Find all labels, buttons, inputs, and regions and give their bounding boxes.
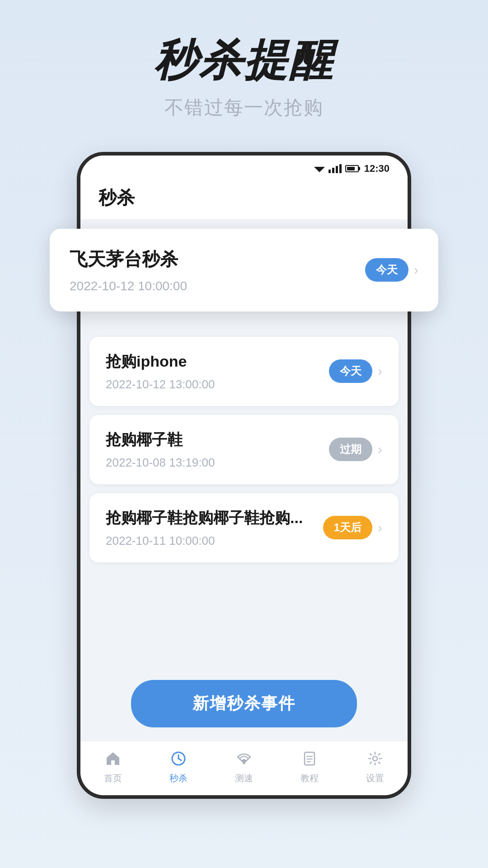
svg-point-9	[373, 756, 377, 761]
gear-icon	[365, 749, 385, 769]
add-event-button[interactable]: 新增秒杀事件	[131, 680, 357, 727]
status-badge: 1天后	[323, 516, 372, 539]
svg-point-4	[243, 762, 245, 764]
signal-icon	[328, 164, 342, 173]
nav-label-tutorial: 教程	[300, 772, 319, 784]
card-content: 抢购椰子鞋抢购椰子鞋抢购... 2022-10-11 10:00:00	[106, 508, 323, 548]
status-bar: 12:30	[80, 156, 408, 178]
chevron-right-icon: ›	[378, 520, 382, 535]
status-badge: 今天	[329, 359, 372, 383]
page-subtitle: 不错过每一次抢购	[18, 95, 470, 120]
card-actions: 今天 ›	[329, 359, 382, 383]
floating-card-right: 今天 ›	[365, 258, 418, 282]
floating-card-date: 2022-10-12 10:00:00	[70, 279, 187, 293]
status-time: 12:30	[364, 163, 389, 175]
sidebar-item-tutorial[interactable]: 教程	[300, 749, 319, 784]
add-button-container: 新增秒杀事件	[80, 671, 408, 741]
floating-card-content: 飞天茅台秒杀 2022-10-12 10:00:00	[70, 247, 187, 293]
sidebar-item-settings[interactable]: 设置	[365, 749, 385, 784]
nav-label-home: 首页	[104, 772, 122, 784]
bottom-nav: 首页 秒杀	[80, 741, 408, 795]
page-header: 秒杀提醒 不错过每一次抢购	[0, 0, 488, 138]
battery-icon	[345, 165, 359, 172]
floating-card-badge: 今天	[365, 258, 408, 282]
document-icon	[300, 749, 319, 769]
wifi-icon	[314, 164, 325, 173]
list-item[interactable]: 抢购椰子鞋抢购椰子鞋抢购... 2022-10-11 10:00:00 1天后 …	[89, 493, 399, 562]
home-icon	[103, 749, 123, 769]
svg-marker-0	[314, 167, 325, 172]
nav-label-speedtest: 测速	[235, 772, 253, 784]
floating-card-title: 飞天茅台秒杀	[70, 247, 187, 272]
app-header: 秒杀	[80, 178, 408, 219]
card-title: 抢购椰子鞋抢购椰子鞋抢购...	[106, 508, 323, 528]
app-header-title: 秒杀	[99, 188, 135, 208]
floating-card: 飞天茅台秒杀 2022-10-12 10:00:00 今天 ›	[50, 229, 438, 311]
list-item[interactable]: 抢购椰子鞋 2022-10-08 13:19:00 过期 ›	[89, 415, 399, 484]
wifi-nav-icon	[234, 749, 254, 769]
card-content: 抢购椰子鞋 2022-10-08 13:19:00	[106, 429, 329, 470]
card-date: 2022-10-08 13:19:00	[106, 456, 329, 470]
svg-line-3	[178, 759, 181, 760]
sidebar-item-speedtest[interactable]: 测速	[234, 749, 254, 784]
status-icons	[314, 164, 359, 173]
clock-icon	[169, 749, 188, 769]
sidebar-item-home[interactable]: 首页	[103, 749, 123, 784]
card-date: 2022-10-11 10:00:00	[106, 534, 323, 548]
card-title: 抢购iphone	[106, 351, 329, 372]
page-title: 秒杀提醒	[18, 36, 470, 84]
sidebar-item-seckill[interactable]: 秒杀	[169, 749, 188, 784]
card-actions: 过期 ›	[329, 438, 382, 461]
card-date: 2022-10-12 13:00:00	[106, 377, 329, 392]
status-badge: 过期	[329, 438, 372, 461]
nav-label-settings: 设置	[366, 772, 384, 784]
list-item[interactable]: 抢购iphone 2022-10-12 13:00:00 今天 ›	[89, 337, 399, 406]
nav-label-seckill: 秒杀	[169, 772, 188, 784]
chevron-right-icon: ›	[378, 442, 382, 457]
floating-card-chevron: ›	[414, 262, 418, 278]
chevron-right-icon: ›	[378, 363, 382, 379]
card-actions: 1天后 ›	[323, 516, 382, 539]
card-title: 抢购椰子鞋	[106, 429, 329, 450]
bottom-spacer	[89, 571, 399, 662]
card-content: 抢购iphone 2022-10-12 13:00:00	[106, 351, 329, 392]
